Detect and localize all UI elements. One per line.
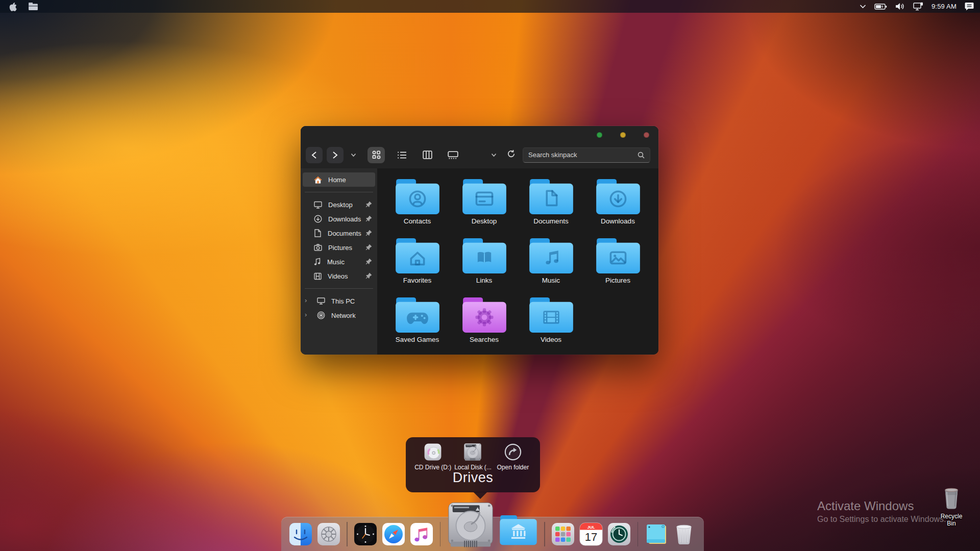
network-icon[interactable] <box>913 2 923 11</box>
calendar-dock-icon[interactable]: JUL 17 <box>579 522 603 546</box>
search-options-chevron-icon[interactable] <box>491 153 497 157</box>
menu-bar: 9:59 AM <box>0 0 980 13</box>
launchpad-dock-icon[interactable] <box>551 522 575 546</box>
desktop-screen: 9:59 AM <box>0 0 980 551</box>
folder-tile-videos[interactable]: Videos <box>518 296 584 355</box>
expand-chevron-icon[interactable]: › <box>305 311 307 318</box>
sidebar-item-videos[interactable]: Videos <box>301 269 377 283</box>
sidebar: Home Desktop Downloads <box>301 168 377 355</box>
volume-icon[interactable] <box>895 3 905 10</box>
folder-tile-documents[interactable]: Documents <box>518 178 584 237</box>
folder-tile-pictures[interactable]: Pictures <box>584 237 651 296</box>
drive-item-local-disk[interactable]: Local Disk (... <box>453 442 493 471</box>
traffic-light-green[interactable] <box>597 132 602 138</box>
sidebar-item-this-pc[interactable]: › This PC <box>301 294 377 308</box>
stickies-dock-icon[interactable] <box>645 522 668 546</box>
desktop-folder-icon <box>460 178 508 216</box>
sidebar-item-documents[interactable]: Documents <box>301 226 377 240</box>
action-center-icon[interactable] <box>965 2 974 11</box>
folder-tile-desktop[interactable]: Desktop <box>451 178 518 237</box>
battery-icon[interactable] <box>874 3 887 10</box>
pin-icon[interactable] <box>365 258 372 265</box>
pictures-folder-icon <box>594 237 642 276</box>
pin-icon[interactable] <box>365 215 372 222</box>
videos-folder-icon <box>527 296 575 335</box>
bank-folder-dock-icon[interactable] <box>498 514 538 547</box>
sidebar-item-network[interactable]: › Network <box>301 308 377 322</box>
finder-dock-icon[interactable] <box>289 522 312 546</box>
downloads-icon <box>314 215 322 223</box>
local-disk-icon <box>463 442 482 462</box>
search-input[interactable]: Search skinpack <box>523 147 650 163</box>
search-placeholder: Search skinpack <box>528 151 633 159</box>
sidebar-item-music[interactable]: Music <box>301 255 377 269</box>
sidebar-item-label: Pictures <box>328 244 352 252</box>
sidebar-item-downloads[interactable]: Downloads <box>301 212 377 226</box>
folder-grid: Contacts Desktop Documents <box>377 168 658 355</box>
pictures-icon <box>314 244 322 251</box>
drive-item-label: CD Drive (D:) <box>414 464 451 471</box>
folder-label: Contacts <box>404 217 431 225</box>
back-button[interactable] <box>306 147 323 163</box>
safari-dock-icon[interactable] <box>382 522 405 546</box>
folder-label: Videos <box>541 336 561 343</box>
folder-tile-links[interactable]: Links <box>451 237 518 296</box>
hard-drive-dock-icon[interactable] <box>446 500 496 549</box>
pin-icon[interactable] <box>365 201 372 208</box>
folder-tile-searches[interactable]: Searches <box>451 296 518 355</box>
dock-separator <box>638 522 639 546</box>
expand-chevron-icon[interactable]: › <box>305 296 307 304</box>
folder-tile-contacts[interactable]: Contacts <box>384 178 451 237</box>
music-dock-icon[interactable] <box>410 522 433 546</box>
forward-button[interactable] <box>327 147 344 163</box>
sidebar-item-label: Home <box>328 176 346 184</box>
music-folder-icon <box>527 237 575 276</box>
drive-item-open-folder[interactable]: Open folder <box>493 442 533 471</box>
recycle-bin[interactable]: Recycle Bin <box>936 486 967 527</box>
folder-tile-saved-games[interactable]: Saved Games <box>384 296 451 355</box>
sidebar-item-desktop[interactable]: Desktop <box>301 197 377 212</box>
network-icon <box>317 311 325 319</box>
apple-icon[interactable] <box>8 2 17 12</box>
drive-item-cd[interactable]: CD Drive (D:) <box>413 442 453 471</box>
folder-tile-music[interactable]: Music <box>518 237 584 296</box>
clock-dock-icon[interactable] <box>354 522 377 546</box>
recycle-bin-label: Recycle Bin <box>936 513 967 527</box>
nav-history-chevron-icon[interactable] <box>351 153 356 157</box>
sidebar-item-home[interactable]: Home <box>303 172 375 187</box>
tray-chevron-icon[interactable] <box>860 4 866 9</box>
window-titlebar[interactable] <box>301 126 658 144</box>
folder-label: Searches <box>470 336 499 343</box>
folder-label: Saved Games <box>396 336 439 343</box>
view-grid-button[interactable] <box>368 147 385 163</box>
view-gallery-button[interactable] <box>444 147 461 163</box>
view-columns-button[interactable] <box>419 147 436 163</box>
folder-label: Music <box>542 277 560 284</box>
pin-icon[interactable] <box>365 230 372 236</box>
sidebar-item-pictures[interactable]: Pictures <box>301 240 377 255</box>
pin-icon[interactable] <box>365 244 372 251</box>
clock-text[interactable]: 9:59 AM <box>932 3 957 10</box>
sidebar-item-label: Documents <box>328 230 361 237</box>
window-toolbar: Search skinpack <box>301 144 658 168</box>
traffic-light-yellow[interactable] <box>620 132 626 138</box>
drives-popup-title: Drives <box>406 470 540 486</box>
sidebar-divider <box>305 288 373 289</box>
dock: JUL 17 <box>281 517 704 551</box>
refresh-icon[interactable] <box>507 149 516 160</box>
trash-dock-icon[interactable] <box>673 522 695 546</box>
settings-dock-icon[interactable] <box>317 522 340 546</box>
pin-icon[interactable] <box>365 272 372 279</box>
documents-folder-icon <box>527 178 575 216</box>
saved-games-folder-icon <box>394 296 442 335</box>
folder-label: Favorites <box>403 277 432 284</box>
explorer-folder-icon[interactable] <box>28 2 38 11</box>
folder-tile-favorites[interactable]: Favorites <box>384 237 451 296</box>
traffic-light-red[interactable] <box>644 132 649 138</box>
time-machine-dock-icon[interactable] <box>607 522 631 546</box>
view-list-button[interactable] <box>393 147 410 163</box>
this-pc-icon <box>317 297 325 305</box>
videos-icon <box>314 272 322 280</box>
folder-tile-downloads[interactable]: Downloads <box>584 178 651 237</box>
sidebar-item-label: Downloads <box>328 215 361 223</box>
